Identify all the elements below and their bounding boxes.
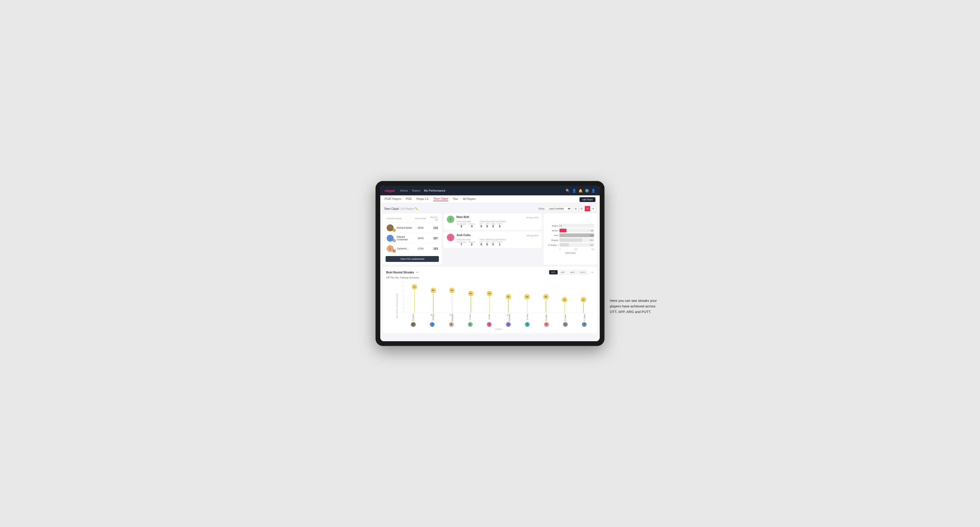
streaks-title-container: Best Round Streaks ← xyxy=(386,270,420,275)
player-2-name[interactable]: Edward Crossman xyxy=(397,236,414,241)
add-team-button[interactable]: Add Team xyxy=(579,197,595,202)
filter-arrow-icon: → xyxy=(590,270,594,275)
subnav-hcaps[interactable]: Hcaps 1-5 xyxy=(417,197,429,201)
player-name-label-3: J. Coles xyxy=(469,314,471,322)
josh-tournament-label: Tournament xyxy=(457,241,466,243)
josh-total-rounds-label: Total Rounds xyxy=(457,239,475,241)
subnav-team-clippd[interactable]: Team Clippd xyxy=(433,197,448,201)
putt-label: PUTT xyxy=(497,223,502,225)
view-grid-large[interactable]: ⊞ xyxy=(573,206,578,211)
josh-putt-value: 1 xyxy=(499,243,501,246)
josh-activities-sub-row: OTT 0 APP 0 xyxy=(479,241,506,246)
search-icon[interactable]: 🔍 xyxy=(566,189,570,193)
player-name-label-6: D. Ford xyxy=(527,314,528,322)
player-name-label-4: R. Britt xyxy=(488,314,490,322)
josh-arg-stat: ARG 0 xyxy=(491,241,495,246)
streak-bubble-3: 5x xyxy=(468,291,474,296)
bar-row-bogeys: Bogeys 311 xyxy=(546,238,594,242)
player-3-avg-sq: 103 xyxy=(427,247,438,250)
bar-fill-bogeys xyxy=(560,238,582,242)
player-1-avg-sq: 110 xyxy=(427,227,438,229)
sub-nav: PGAT Players PGA Hcaps 1-5 Team Clippd T… xyxy=(380,195,600,203)
subtitle-italic: Fairway Accuracy xyxy=(400,276,419,279)
player-avatar-8: 👤 xyxy=(563,322,568,327)
period-select[interactable]: Last 3 months Last 6 months Last 12 mont… xyxy=(546,206,571,211)
practice-activities-group: Total Practice Activities OTT 0 APP xyxy=(479,221,506,228)
view-icons: ⊞ ⊟ ≡ ⊕ xyxy=(573,206,596,211)
edit-icon[interactable]: ✏️ xyxy=(415,207,418,210)
chart-col-0: 7x xyxy=(405,281,424,313)
nav-link-home[interactable]: Home xyxy=(400,189,408,192)
arg-label: ARG xyxy=(491,223,495,225)
filter-putt[interactable]: PUTT xyxy=(578,270,588,275)
y-tick-1: 1 xyxy=(402,307,403,309)
tournament-value: 8 xyxy=(461,225,462,228)
player-labels-row: E. Ewert👤B. McHarg👤D. Billingham👤J. Cole… xyxy=(399,314,594,327)
bar-fill-dbogeys xyxy=(560,243,569,247)
chart-col-7: 4x xyxy=(536,281,555,313)
bar-value-pars: 499 xyxy=(590,234,593,237)
bar-row-birdies: Birdies 96 xyxy=(546,229,594,232)
view-grid-small[interactable]: ⊟ xyxy=(579,206,584,211)
y-ticks: 7 6 5 4 3 2 1 0 xyxy=(399,281,404,313)
view-list[interactable]: ≡ xyxy=(585,206,590,211)
player-label-col-8: R. Butler👤 xyxy=(556,314,575,327)
player-3-name[interactable]: Cameron... xyxy=(397,247,414,250)
josh-practice-stat: Practice 2 xyxy=(468,241,475,246)
practice-value: 4 xyxy=(471,225,473,228)
rees-britt-name[interactable]: Rees Britt xyxy=(457,216,469,219)
view-settings[interactable]: ⊕ xyxy=(591,206,596,211)
subnav-pga[interactable]: PGA xyxy=(406,197,412,201)
subnav-tour[interactable]: Tour xyxy=(453,197,458,201)
player-1-name[interactable]: Richard Butler xyxy=(397,227,414,229)
player-label-col-9: C. Quick👤 xyxy=(575,314,594,327)
bar-value-dbogeys: 131 xyxy=(590,244,593,246)
player-name-label-5: E. Crossman xyxy=(506,314,510,322)
josh-rounds-sub-row: Tournament 7 Practice 2 xyxy=(457,241,475,246)
y-axis-label: Best Streak, Fairway Accuracy xyxy=(396,293,398,318)
settings-icon[interactable]: ⚙️ xyxy=(585,189,589,193)
josh-coles-name[interactable]: Josh Coles xyxy=(457,234,471,237)
col-header-player: PLAYER NAME xyxy=(387,217,414,220)
josh-rounds-group: Total Rounds Tournament 7 Practice xyxy=(457,239,475,246)
nav-bar: clippd Home Teams My Performance 🔍 👤 🔔 ⚙… xyxy=(380,186,600,195)
practice-activities-label: Total Practice Activities xyxy=(479,221,506,222)
josh-tournament-value: 7 xyxy=(461,243,462,246)
view-full-leaderboard-button[interactable]: View Full Leaderboard xyxy=(386,256,439,262)
team-name: Team Clippd xyxy=(384,207,399,210)
arg-stat: ARG 0 xyxy=(491,223,495,228)
streak-bubble-6: 4x xyxy=(524,294,530,300)
josh-coles-stats: Total Rounds Tournament 7 Practice xyxy=(457,239,538,246)
chart-with-yticks: 7 6 5 4 3 2 1 0 xyxy=(399,281,594,313)
player-name-label-9: C. Quick xyxy=(584,314,585,322)
bell-icon[interactable]: 🔔 xyxy=(578,189,583,193)
tablet-screen: clippd Home Teams My Performance 🔍 👤 🔔 ⚙… xyxy=(380,186,600,341)
nav-link-performance[interactable]: My Performance xyxy=(424,189,445,192)
filter-ott[interactable]: OTT xyxy=(549,270,558,275)
bar-label-birdies: Birdies xyxy=(546,229,558,232)
streak-line-8 xyxy=(565,303,565,313)
bar-row-eagles: Eagles 3 xyxy=(546,224,594,227)
player-count: | 14 Players xyxy=(400,207,414,210)
josh-coles-date: 26 Aug 2023 xyxy=(527,235,538,237)
subnav-pgat[interactable]: PGAT Players xyxy=(385,197,401,201)
player-avatar-3: 👤 xyxy=(468,322,473,327)
filter-arg[interactable]: ARG xyxy=(568,270,577,275)
x-label-400: 400 xyxy=(591,248,594,250)
chart-x-title: Total Shots xyxy=(546,252,594,254)
subnav-all-players[interactable]: All Players xyxy=(463,197,476,201)
nav-link-teams[interactable]: Teams xyxy=(412,189,420,192)
filter-app[interactable]: APP xyxy=(559,270,567,275)
josh-activities-label: Total Practice Activities xyxy=(479,239,506,241)
avatar-icon[interactable]: 👤 xyxy=(591,189,595,193)
streak-bubble-8: 3x xyxy=(562,297,567,302)
player-2-pb-score: 18/20 xyxy=(414,237,427,240)
chart-col-8: 3x xyxy=(555,281,574,313)
bar-track-eagles: 3 xyxy=(560,224,594,227)
chart-col-2: 6x xyxy=(442,281,461,313)
bar-chart-container: Eagles 3 Birdies xyxy=(546,216,594,262)
josh-ott-value: 0 xyxy=(480,243,482,246)
streak-line-3 xyxy=(471,297,471,313)
user-icon[interactable]: 👤 xyxy=(572,189,576,193)
player-2-rank-badge: 2 xyxy=(393,239,396,242)
